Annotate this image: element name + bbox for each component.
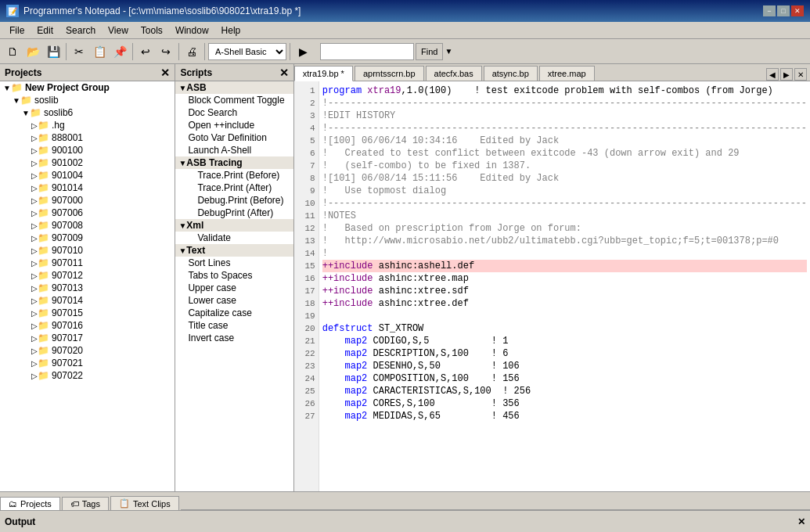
code-line[interactable]: ! Created to test conflict between exitc… (322, 147, 807, 160)
minimize-button[interactable]: − (763, 5, 776, 16)
tab-next-button[interactable]: ▶ (780, 68, 793, 81)
projects-close-button[interactable]: ✕ (160, 67, 170, 78)
scripts-item[interactable]: Launch A-Shell (175, 144, 293, 156)
language-dropdown[interactable]: A-Shell Basic (208, 43, 286, 60)
code-line[interactable]: !NOTES (322, 210, 807, 222)
maximize-button[interactable]: □ (777, 5, 790, 16)
code-line[interactable]: ++include ashinc:ashell.def (322, 260, 807, 272)
project-tree-item[interactable]: ▷ 📁907011 (0, 257, 175, 269)
code-line[interactable]: map2 CARACTERISTICAS,S,100 ! 256 (322, 385, 807, 397)
bottom-tab-2[interactable]: 📋Text Clips (110, 496, 179, 510)
bottom-tab-0[interactable]: 🗂Projects (0, 497, 60, 510)
menu-item-search[interactable]: Search (59, 23, 102, 38)
scripts-item[interactable]: DebugPrint (After) (175, 207, 293, 219)
scripts-item[interactable]: Capitalize case (175, 307, 293, 319)
code-line[interactable]: !---------------------------------------… (322, 97, 807, 110)
bottom-tab-1[interactable]: 🏷Tags (62, 497, 109, 510)
scripts-item[interactable]: Lower case (175, 294, 293, 307)
copy-button[interactable]: 📋 (90, 42, 109, 61)
code-content[interactable]: program xtra19,1.0(100) ! test exitcode … (319, 81, 810, 491)
scripts-item[interactable]: Open ++include (175, 119, 293, 131)
cut-button[interactable]: ✂ (70, 42, 88, 61)
find-input[interactable] (320, 43, 414, 60)
code-line[interactable]: ! (self-combo) to be fixed in 1387. (322, 160, 807, 172)
code-line[interactable]: ! Use topmost dialog (322, 185, 807, 197)
project-tree-item[interactable]: ▷ 📁907017 (0, 332, 175, 344)
code-line[interactable]: ++include ashinc:xtree.def (322, 297, 807, 310)
project-tree-item[interactable]: ▷ 📁907022 (0, 369, 175, 382)
undo-button[interactable]: ↩ (136, 42, 155, 61)
editor-tab-3[interactable]: atsync.bp (484, 66, 538, 81)
menu-item-file[interactable]: File (3, 23, 31, 38)
project-tree-item[interactable]: ▷ 📁907015 (0, 307, 175, 319)
code-line[interactable]: ! (322, 247, 807, 260)
code-line[interactable] (322, 310, 807, 322)
open-button[interactable]: 📂 (23, 42, 42, 61)
editor-tab-0[interactable]: xtra19.bp * (294, 66, 353, 81)
project-tree-item[interactable]: ▼ 📁soslib6 (0, 106, 175, 119)
scripts-item[interactable]: Trace.Print (After) (175, 182, 293, 194)
project-tree-item[interactable]: ▷ 📁900100 (0, 144, 175, 156)
scripts-item[interactable]: Invert case (175, 332, 293, 344)
paste-button[interactable]: 📌 (110, 42, 129, 61)
code-line[interactable]: map2 MEDIDAS,S,65 ! 456 (322, 410, 807, 422)
project-tree-item[interactable]: ▼ 📁New Project Group (0, 81, 175, 94)
menu-item-view[interactable]: View (102, 23, 135, 38)
tab-prev-button[interactable]: ◀ (766, 68, 779, 81)
project-tree-item[interactable]: ▷ 📁.hg (0, 119, 175, 131)
code-line[interactable]: program xtra19,1.0(100) ! test exitcode … (322, 84, 807, 97)
tab-close-button[interactable]: ✕ (794, 68, 807, 81)
scripts-item[interactable]: Trace.Print (Before) (175, 169, 293, 182)
save-button[interactable]: 💾 (44, 42, 63, 61)
code-line[interactable]: ![100] 06/06/14 10:34:16 Edited by Jack (322, 135, 807, 147)
code-line[interactable]: ! Based on prescription from Jorge on fo… (322, 222, 807, 235)
project-tree-item[interactable]: ▷ 📁907012 (0, 269, 175, 282)
scripts-item[interactable]: Doc Search (175, 106, 293, 119)
project-tree-item[interactable]: ▷ 📁901014 (0, 182, 175, 194)
scripts-item[interactable]: Upper case (175, 282, 293, 294)
code-line[interactable]: map2 DESENHO,S,50 ! 106 (322, 360, 807, 372)
scripts-item[interactable]: Goto Var Definition (175, 131, 293, 144)
menu-item-edit[interactable]: Edit (31, 23, 59, 38)
scripts-item[interactable]: Block Comment Toggle (175, 94, 293, 106)
redo-button[interactable]: ↪ (157, 42, 175, 61)
code-line[interactable]: map2 DESCRIPTION,S,100 ! 6 (322, 347, 807, 360)
project-tree-item[interactable]: ▷ 📁907008 (0, 219, 175, 232)
code-line[interactable]: !---------------------------------------… (322, 122, 807, 135)
project-tree-item[interactable]: ▷ 📁888001 (0, 131, 175, 144)
menu-item-window[interactable]: Window (169, 23, 215, 38)
menu-item-help[interactable]: Help (215, 23, 247, 38)
close-button[interactable]: ✕ (791, 5, 804, 16)
output-close-button[interactable]: ✕ (797, 516, 805, 527)
scripts-item[interactable]: Validate (175, 232, 293, 244)
find-dropdown-icon[interactable]: ▼ (445, 47, 452, 56)
run-button[interactable]: ▶ (293, 42, 312, 61)
project-tree-item[interactable]: ▷ 📁907016 (0, 319, 175, 332)
project-tree-item[interactable]: ▷ 📁901002 (0, 156, 175, 169)
find-button[interactable]: Find (416, 43, 443, 60)
code-line[interactable]: ++include ashinc:xtree.sdf (322, 285, 807, 297)
project-tree-item[interactable]: ▷ 📁907013 (0, 282, 175, 294)
editor-tab-1[interactable]: aprntsscrn.bp (355, 66, 424, 81)
new-button[interactable]: 🗋 (3, 42, 22, 61)
project-tree-item[interactable]: ▼ 📁soslib (0, 94, 175, 106)
code-line[interactable]: map2 COMPOSITION,S,100 ! 156 (322, 372, 807, 385)
scripts-item[interactable]: Debug.Print (Before) (175, 194, 293, 207)
project-tree-item[interactable]: ▷ 📁901004 (0, 169, 175, 182)
print-button[interactable]: 🖨 (182, 42, 201, 61)
code-line[interactable]: !EDIT HISTORY (322, 110, 807, 122)
code-line[interactable]: defstruct ST_XTROW (322, 322, 807, 335)
scripts-item[interactable]: Title case (175, 319, 293, 332)
menu-item-tools[interactable]: Tools (135, 23, 169, 38)
code-line[interactable]: ! http://www.microsabio.net/ubb2/ultimat… (322, 235, 807, 247)
editor-tab-2[interactable]: atecfx.bas (426, 66, 482, 81)
code-line[interactable]: !---------------------------------------… (322, 197, 807, 210)
scripts-close-button[interactable]: ✕ (279, 67, 289, 78)
code-line[interactable]: ![101] 06/08/14 15:11:56 Edited by Jack (322, 172, 807, 185)
project-tree-item[interactable]: ▷ 📁907000 (0, 194, 175, 207)
code-line[interactable]: map2 CODIGO,S,5 ! 1 (322, 335, 807, 347)
project-tree-item[interactable]: ▷ 📁907009 (0, 232, 175, 244)
project-tree-item[interactable]: ▷ 📁907014 (0, 294, 175, 307)
editor-tab-4[interactable]: xtree.map (539, 66, 595, 81)
scripts-item[interactable]: Tabs to Spaces (175, 269, 293, 282)
